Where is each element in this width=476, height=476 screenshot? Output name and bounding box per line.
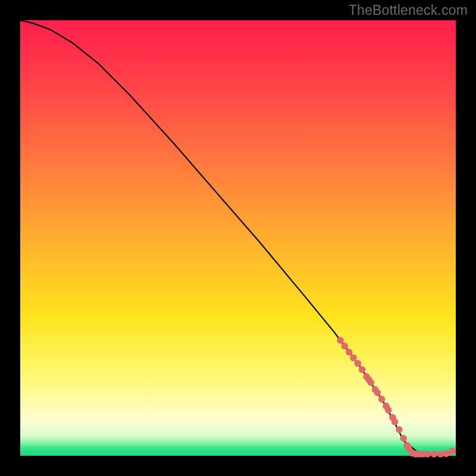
- highlight-marker: [359, 366, 366, 373]
- plot-area: [20, 20, 456, 456]
- highlight-marker: [392, 418, 399, 425]
- chart-stage: TheBottleneck.com: [0, 0, 476, 476]
- chart-svg: [20, 20, 456, 456]
- highlight-marker: [346, 349, 353, 356]
- highlight-marker: [374, 389, 381, 396]
- highlight-marker: [337, 337, 344, 344]
- main-curve-line: [20, 20, 456, 454]
- highlight-marker: [424, 450, 431, 458]
- highlight-marker: [396, 426, 403, 433]
- highlight-marker: [378, 396, 386, 403]
- highlight-marker: [400, 435, 407, 442]
- highlight-marker: [385, 406, 392, 414]
- highlight-marker: [367, 379, 374, 386]
- highlight-marker: [443, 450, 450, 458]
- highlight-marker: [431, 450, 438, 458]
- highlight-marker: [355, 360, 362, 367]
- highlight-marker: [342, 343, 349, 350]
- highlight-marker: [350, 355, 357, 362]
- highlight-marker: [449, 447, 456, 455]
- highlight-markers: [337, 337, 456, 458]
- watermark-text: TheBottleneck.com: [349, 2, 468, 18]
